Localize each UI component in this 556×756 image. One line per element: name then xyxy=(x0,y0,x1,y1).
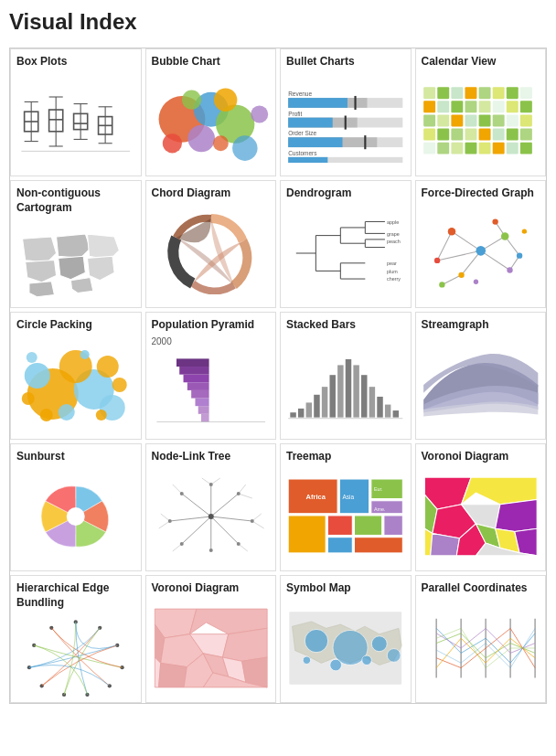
svg-rect-34 xyxy=(288,98,348,108)
title-bubble-chart: Bubble Chart xyxy=(152,55,271,69)
svg-rect-73 xyxy=(423,128,435,140)
svg-line-189 xyxy=(172,484,181,494)
img-parallel-coordinates xyxy=(422,600,540,697)
svg-rect-50 xyxy=(437,87,449,99)
svg-point-24 xyxy=(187,125,215,153)
img-chord-diagram xyxy=(152,205,271,302)
cell-box-plots[interactable]: Box Plots xyxy=(10,48,142,176)
svg-text:Customers: Customers xyxy=(288,149,316,155)
svg-text:Asia: Asia xyxy=(343,493,355,499)
svg-point-124 xyxy=(500,232,508,240)
svg-rect-158 xyxy=(314,395,319,418)
svg-line-114 xyxy=(480,250,509,270)
cell-stacked-bars[interactable]: Stacked Bars xyxy=(280,312,412,440)
svg-line-177 xyxy=(169,516,210,521)
svg-point-140 xyxy=(40,409,53,421)
img-treemap: Africa Asia Eur. Ame. xyxy=(286,468,405,565)
svg-rect-70 xyxy=(492,114,504,126)
title-node-link-tree: Node-Link Tree xyxy=(152,450,271,464)
svg-point-29 xyxy=(251,105,268,122)
svg-point-136 xyxy=(25,363,50,389)
svg-text:Ame.: Ame. xyxy=(374,506,386,511)
title-hierarchical-edge-bundling: Hierarchical Edge Bundling xyxy=(16,581,135,610)
cell-non-contiguous-cartogram[interactable]: Non-contiguous Cartogram xyxy=(10,180,142,308)
img-hierarchical-edge-bundling xyxy=(16,613,135,697)
svg-point-235 xyxy=(32,643,36,646)
cell-chord-diagram[interactable]: Chord Diagram xyxy=(145,180,277,308)
title-sunburst: Sunburst xyxy=(16,450,135,464)
svg-rect-88 xyxy=(519,142,531,154)
svg-marker-214 xyxy=(461,477,537,505)
cell-dendrogram[interactable]: Dendrogram xyxy=(280,180,412,308)
svg-line-188 xyxy=(158,521,169,528)
svg-point-144 xyxy=(96,410,107,421)
svg-rect-81 xyxy=(423,142,435,154)
cell-symbol-map[interactable]: Symbol Map xyxy=(280,575,412,703)
svg-rect-49 xyxy=(423,87,435,99)
svg-point-251 xyxy=(305,629,327,652)
svg-rect-205 xyxy=(327,537,352,552)
svg-point-137 xyxy=(97,356,119,378)
cell-hierarchical-edge-bundling[interactable]: Hierarchical Edge Bundling xyxy=(10,575,142,703)
img-voronoi-diagram-1 xyxy=(422,468,540,565)
title-calendar-view: Calendar View xyxy=(422,55,540,69)
svg-rect-159 xyxy=(322,387,327,417)
cell-streamgraph[interactable]: Streamgraph xyxy=(415,312,547,440)
img-non-contiguous-cartogram xyxy=(16,218,135,302)
svg-point-257 xyxy=(387,648,401,662)
svg-point-191 xyxy=(208,483,212,486)
svg-rect-166 xyxy=(377,397,382,418)
img-circle-packing xyxy=(16,336,135,433)
svg-point-254 xyxy=(330,659,342,671)
svg-rect-83 xyxy=(451,142,463,154)
svg-point-192 xyxy=(236,492,240,495)
title-streamgraph: Streamgraph xyxy=(422,318,540,333)
svg-rect-68 xyxy=(465,114,476,126)
title-dendrogram: Dendrogram xyxy=(286,186,405,201)
svg-rect-162 xyxy=(346,359,351,418)
svg-rect-161 xyxy=(337,365,343,417)
svg-rect-61 xyxy=(478,101,490,112)
svg-rect-86 xyxy=(492,142,504,154)
img-stacked-bars xyxy=(286,336,405,433)
svg-rect-78 xyxy=(492,128,504,140)
svg-rect-62 xyxy=(492,101,504,112)
cell-bubble-chart[interactable]: Bubble Chart xyxy=(145,48,277,176)
cell-parallel-coordinates[interactable]: Parallel Coordinates xyxy=(415,575,547,703)
svg-point-126 xyxy=(458,272,464,277)
svg-text:Africa: Africa xyxy=(306,492,326,500)
svg-point-194 xyxy=(236,542,240,546)
cell-bullet-charts[interactable]: Bullet Charts Revenue Profit Order Size xyxy=(280,48,412,176)
cell-node-link-tree[interactable]: Node-Link Tree xyxy=(145,443,277,571)
svg-rect-206 xyxy=(354,516,381,536)
cell-calendar-view[interactable]: Calendar View xyxy=(415,48,547,176)
img-bullet-charts: Revenue Profit Order Size Customers xyxy=(286,73,405,170)
img-dendrogram: apple grape peach pear plum cherry xyxy=(286,205,405,302)
svg-text:peach: peach xyxy=(387,239,401,244)
svg-line-172 xyxy=(210,494,238,516)
svg-marker-218 xyxy=(495,499,537,531)
cell-population-pyramid[interactable]: Population Pyramid 2000 xyxy=(145,312,277,440)
svg-line-112 xyxy=(451,231,480,250)
svg-point-196 xyxy=(179,542,183,546)
svg-rect-146 xyxy=(200,414,208,422)
svg-point-123 xyxy=(447,228,454,235)
cell-circle-packing[interactable]: Circle Packing xyxy=(10,312,142,440)
svg-rect-54 xyxy=(492,87,504,99)
cell-sunburst[interactable]: Sunburst xyxy=(10,443,142,571)
title-treemap: Treemap xyxy=(286,450,405,464)
cell-voronoi-diagram-1[interactable]: Voronoi Diagram xyxy=(415,443,547,571)
svg-rect-65 xyxy=(423,114,435,126)
svg-point-193 xyxy=(250,519,253,523)
svg-rect-147 xyxy=(198,406,208,414)
svg-text:pear: pear xyxy=(387,261,397,266)
svg-point-127 xyxy=(433,258,439,263)
cell-force-directed-graph[interactable]: Force-Directed Graph xyxy=(415,180,547,308)
svg-point-253 xyxy=(371,636,387,652)
img-force-directed-graph xyxy=(422,205,540,302)
svg-line-117 xyxy=(437,231,452,261)
cell-voronoi-diagram-2[interactable]: Voronoi Diagram xyxy=(145,575,277,703)
cell-treemap[interactable]: Treemap Africa Asia Eur. Ame. xyxy=(280,443,412,571)
svg-rect-150 xyxy=(187,382,208,390)
svg-point-28 xyxy=(181,90,200,109)
